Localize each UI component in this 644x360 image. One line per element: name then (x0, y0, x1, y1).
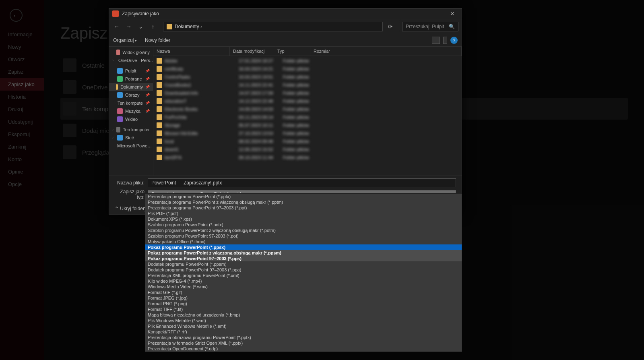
filetype-option[interactable]: Szablon programu PowerPoint (*.potx) (145, 222, 462, 228)
filename-input[interactable]: PowerPoint — Zapraszamy!.pptx (148, 178, 456, 187)
savetype-label: Zapisz jako typ: (115, 189, 144, 200)
tree-item[interactable]: Dokumenty📌 (109, 83, 153, 91)
file-row[interactable]: Storage05.07.2023 10:11Folder plików (153, 121, 462, 129)
filetype-option[interactable]: Format JPEG (*.jpg) (145, 295, 462, 301)
help-icon[interactable]: ? (450, 37, 458, 44)
filetype-option[interactable]: Format GIF (*.gif) (145, 290, 462, 295)
filetype-option[interactable]: Pokaz programu PowerPoint 97–2003 (*.pps… (145, 256, 462, 261)
organize-menu[interactable]: Organizuj (113, 37, 137, 43)
tree-item[interactable]: Widok główny (109, 48, 153, 56)
dialog-title: Zapisywanie jako (122, 11, 159, 17)
filetype-option[interactable]: Plik Enhanced Windows Metafile (*.emf) (145, 323, 462, 329)
filetype-option[interactable]: Prezentacja w formacie Strict Open XML (… (145, 340, 462, 346)
tree-item[interactable]: Ten kompute📌 (109, 99, 153, 107)
file-row[interactable]: Electronic Books14.09.2023 14:03Folder p… (153, 105, 462, 113)
file-row[interactable]: Downloaded-Info14.07.2023 17:09Folder pl… (153, 89, 462, 97)
tree-item[interactable]: Muzyka📌 (109, 107, 153, 115)
filetype-option[interactable]: Szablon programu PowerPoint z włączoną o… (145, 228, 462, 233)
tree-item[interactable]: Wideo (109, 115, 153, 123)
tree-item[interactable]: Pulpit📌 (109, 67, 153, 75)
nav-back-icon[interactable]: ← (112, 22, 121, 31)
folder-icon (167, 24, 172, 29)
filetype-option[interactable]: Prezentacja programu PowerPoint (*.pptx) (145, 194, 462, 199)
view-mode-button[interactable] (432, 37, 440, 44)
filetype-option[interactable]: Prezentacja programu PowerPoint 97–2003 … (145, 205, 462, 211)
file-row[interactable]: bert2P.N09.10.2023 11:44Folder plików (153, 153, 462, 161)
nav-up-icon[interactable]: ↑ (149, 22, 157, 31)
file-row[interactable]: Adobe17.01.2024 18:27Folder plików (153, 57, 462, 65)
filetype-dropdown-list[interactable]: Prezentacja programu PowerPoint (*.pptx)… (145, 193, 462, 352)
search-placeholder: Przeszukaj: Pulpit (406, 24, 444, 29)
filetype-option[interactable]: Pokaz programu PowerPoint (*.ppsx) (145, 244, 462, 250)
header-name[interactable]: Nazwa (153, 47, 230, 56)
filetype-option[interactable]: Windows Media Video (*.wmv) (145, 284, 462, 290)
file-row[interactable]: local08.02.2024 09:48Folder plików (153, 137, 462, 145)
address-bar[interactable]: Dokumenty (163, 22, 383, 31)
breadcrumb-item[interactable]: Dokumenty (175, 24, 202, 29)
filetype-option[interactable]: Pokaz programu PowerPoint z włączoną obs… (145, 250, 462, 256)
filetype-option[interactable]: Klip wideo MPEG-4 (*.mp4) (145, 278, 462, 284)
filetype-option[interactable]: Dodatek programu PowerPoint 97–2003 (*.p… (145, 267, 462, 273)
tree-item[interactable]: ›OneDrive - Pers… (109, 56, 153, 64)
tree-item[interactable]: Pobrane📌 (109, 75, 153, 83)
filetype-option[interactable]: Dodatek programu PowerPoint (*.ppam) (145, 261, 462, 267)
file-list-panel: Nazwa Data modyfikacji Typ Rozmiar Adobe… (153, 47, 462, 176)
folder-tree[interactable]: Widok główny›OneDrive - Pers…Pulpit📌Pobr… (109, 47, 153, 176)
tree-item[interactable]: Microsoft Powe… (109, 142, 153, 150)
header-date[interactable]: Data modyfikacji (230, 47, 274, 56)
filetype-option[interactable]: Prezentacja XML programu PowerPoint (*.x… (145, 273, 462, 278)
filetype-option[interactable]: Format TIFF (*.tif) (145, 306, 462, 312)
close-icon[interactable]: ✕ (446, 10, 458, 17)
nav-recent-icon[interactable]: ⌄ (136, 22, 145, 31)
header-size[interactable]: Rozmiar (310, 47, 462, 56)
search-input[interactable]: Przeszukaj: Pulpit 🔍 (402, 22, 458, 31)
file-row[interactable]: CoursBooks114.11.2023 22:41Folder plików (153, 81, 462, 89)
tree-item[interactable]: ›Ten komputer (109, 126, 153, 134)
tree-item[interactable]: ›Sieć (109, 134, 153, 142)
filetype-option[interactable]: Szablon programu PowerPoint 97-2003 (*.p… (145, 233, 462, 239)
filetype-option[interactable]: Dokument XPS (*.xps) (145, 216, 462, 222)
save-as-dialog: Zapisywanie jako ✕ ← → ⌄ ↑ Dokumenty ⟳ P… (109, 8, 462, 215)
filetype-option[interactable]: Konspekt/RTF (*.rtf) (145, 329, 462, 335)
file-row[interactable]: certificaty16.03.2023 14:21Folder plików (153, 65, 462, 73)
nav-forward-icon[interactable]: → (124, 22, 133, 31)
file-row[interactable]: ForProVids03.11.2023 09:14Folder plików (153, 113, 462, 121)
filetype-option[interactable]: Format PNG (*.png) (145, 301, 462, 306)
view-mode-drop[interactable] (443, 37, 447, 44)
filetype-option[interactable]: Motyw pakietu Office (*.thmx) (145, 239, 462, 244)
filetype-option[interactable]: Plik Windows Metafile (*.wmf) (145, 318, 462, 323)
new-folder-button[interactable]: Nowy folder (145, 37, 170, 43)
file-row[interactable]: educationT14.12.2023 22:48Folder plików (153, 97, 462, 105)
dialog-toolbar: Organizuj Nowy folder ? (109, 34, 462, 47)
file-row[interactable]: ControlTasks10.03.2023 19:51Folder plikó… (153, 73, 462, 81)
header-type[interactable]: Typ (274, 47, 310, 56)
file-list[interactable]: Adobe17.01.2024 18:27Folder plikówcertif… (153, 56, 462, 161)
filetype-option[interactable]: Prezentacja OpenDocument (*.odp) (145, 346, 462, 352)
filetype-option[interactable]: Mapa bitowa niezależna od urządzenia (*.… (145, 312, 462, 318)
file-row[interactable]: Movavi-Vid-Edits27.10.2023 13:53Folder p… (153, 129, 462, 137)
file-row[interactable]: downl112.05.2023 15:52Folder plików (153, 145, 462, 153)
file-list-header[interactable]: Nazwa Data modyfikacji Typ Rozmiar (153, 47, 462, 56)
search-icon: 🔍 (449, 24, 455, 29)
powerpoint-icon (112, 10, 119, 17)
filetype-option[interactable]: Plik PDF (*.pdf) (145, 211, 462, 216)
refresh-icon[interactable]: ⟳ (386, 22, 395, 31)
filename-label: Nazwa pliku: (115, 180, 144, 186)
filetype-option[interactable]: Prezentacja programu PowerPoint z włączo… (145, 199, 462, 205)
dialog-titlebar: Zapisywanie jako ✕ (109, 8, 462, 19)
filetype-option[interactable]: Prezentacja obrazowa programu PowerPoint… (145, 335, 462, 340)
dialog-navbar: ← → ⌄ ↑ Dokumenty ⟳ Przeszukaj: Pulpit 🔍 (109, 19, 462, 34)
tree-item[interactable]: Obrazy📌 (109, 91, 153, 99)
